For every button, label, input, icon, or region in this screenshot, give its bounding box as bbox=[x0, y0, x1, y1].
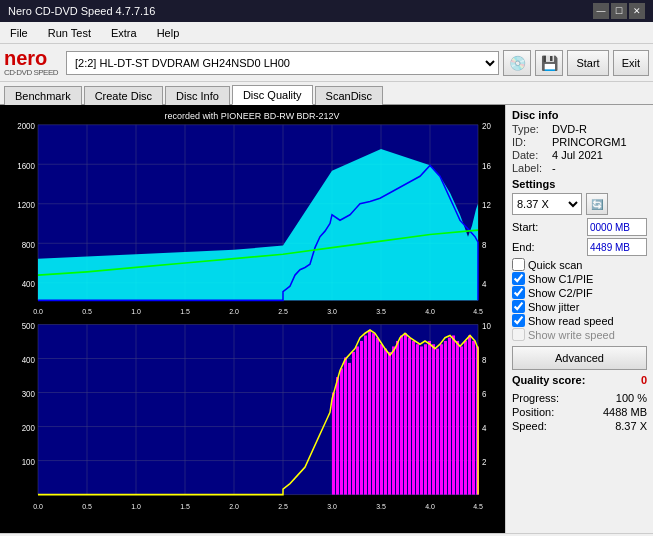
quick-scan-row: Quick scan bbox=[512, 258, 647, 271]
svg-text:4.5: 4.5 bbox=[473, 502, 483, 511]
svg-rect-83 bbox=[416, 344, 419, 494]
svg-text:10: 10 bbox=[482, 321, 491, 331]
tab-create-disc[interactable]: Create Disc bbox=[84, 86, 163, 105]
show-jitter-checkbox[interactable] bbox=[512, 300, 525, 313]
charts-area: recorded with PIONEER BD-RW BDR-212V 200… bbox=[0, 105, 505, 533]
svg-rect-72 bbox=[372, 333, 375, 494]
disc-label-label: Label: bbox=[512, 162, 548, 174]
menu-help[interactable]: Help bbox=[151, 25, 186, 41]
side-panel: Disc info Type: DVD-R ID: PRINCORGM1 Dat… bbox=[505, 105, 653, 533]
svg-rect-65 bbox=[344, 357, 347, 494]
start-mb-row: Start: bbox=[512, 218, 647, 236]
menu-run-test[interactable]: Run Test bbox=[42, 25, 97, 41]
svg-rect-96 bbox=[468, 335, 471, 494]
svg-rect-73 bbox=[376, 338, 379, 495]
svg-text:4.5: 4.5 bbox=[473, 306, 483, 315]
speed-row: Speed: 8.37 X bbox=[512, 420, 647, 432]
end-mb-input[interactable] bbox=[587, 238, 647, 256]
svg-text:1.0: 1.0 bbox=[131, 306, 141, 315]
svg-text:8: 8 bbox=[482, 355, 487, 365]
svg-rect-88 bbox=[436, 349, 439, 495]
svg-text:6: 6 bbox=[482, 389, 487, 399]
start-mb-label: Start: bbox=[512, 221, 542, 233]
svg-rect-74 bbox=[380, 344, 383, 494]
speed-label: Speed: bbox=[512, 420, 547, 432]
svg-text:0.5: 0.5 bbox=[82, 306, 92, 315]
svg-rect-64 bbox=[340, 368, 343, 494]
chart-title: recorded with PIONEER BD-RW BDR-212V bbox=[164, 110, 340, 121]
show-read-speed-label: Show read speed bbox=[528, 315, 614, 327]
show-write-speed-label: Show write speed bbox=[528, 329, 615, 341]
svg-text:16: 16 bbox=[482, 160, 491, 170]
refresh-button[interactable]: 🔄 bbox=[586, 193, 608, 215]
svg-rect-77 bbox=[392, 346, 395, 494]
disc-id-label: ID: bbox=[512, 136, 548, 148]
svg-rect-68 bbox=[356, 346, 359, 494]
quality-score-value: 0 bbox=[641, 374, 647, 386]
show-write-speed-row: Show write speed bbox=[512, 328, 647, 341]
svg-rect-86 bbox=[428, 341, 431, 495]
svg-rect-67 bbox=[352, 352, 355, 495]
svg-rect-85 bbox=[424, 344, 427, 494]
menu-extra[interactable]: Extra bbox=[105, 25, 143, 41]
svg-rect-94 bbox=[460, 346, 463, 494]
menu-file[interactable]: File bbox=[4, 25, 34, 41]
end-mb-row: End: bbox=[512, 238, 647, 256]
progress-value: 100 % bbox=[616, 392, 647, 404]
drive-selector[interactable]: [2:2] HL-DT-ST DVDRAM GH24NSD0 LH00 bbox=[66, 51, 499, 75]
svg-rect-87 bbox=[432, 344, 435, 494]
svg-rect-97 bbox=[472, 341, 475, 495]
svg-rect-81 bbox=[408, 338, 411, 495]
svg-text:2.5: 2.5 bbox=[278, 306, 288, 315]
quick-scan-checkbox[interactable] bbox=[512, 258, 525, 271]
save-button[interactable]: 💾 bbox=[535, 50, 563, 76]
svg-text:100: 100 bbox=[22, 457, 36, 467]
maximize-button[interactable]: ☐ bbox=[611, 3, 627, 19]
disc-id-value: PRINCORGM1 bbox=[552, 136, 627, 148]
drive-icon-button[interactable]: 💿 bbox=[503, 50, 531, 76]
svg-text:3.5: 3.5 bbox=[376, 306, 386, 315]
quick-scan-label: Quick scan bbox=[528, 259, 582, 271]
tab-scan-disc[interactable]: ScanDisc bbox=[315, 86, 383, 105]
start-button[interactable]: Start bbox=[567, 50, 608, 76]
disc-date-row: Date: 4 Jul 2021 bbox=[512, 149, 647, 161]
svg-text:4.0: 4.0 bbox=[425, 502, 435, 511]
svg-text:2000: 2000 bbox=[17, 121, 35, 131]
show-c2pif-checkbox[interactable] bbox=[512, 286, 525, 299]
svg-text:1600: 1600 bbox=[17, 160, 35, 170]
svg-text:1.5: 1.5 bbox=[180, 502, 190, 511]
svg-rect-93 bbox=[456, 341, 459, 495]
svg-text:3.0: 3.0 bbox=[327, 502, 337, 511]
show-c1pie-row: Show C1/PIE bbox=[512, 272, 647, 285]
eject-button[interactable]: Exit bbox=[613, 50, 649, 76]
menu-bar: File Run Test Extra Help bbox=[0, 22, 653, 44]
minimize-button[interactable]: — bbox=[593, 3, 609, 19]
show-c2pif-label: Show C2/PIF bbox=[528, 287, 593, 299]
advanced-button[interactable]: Advanced bbox=[512, 346, 647, 370]
speed-selector[interactable]: 8.37 X bbox=[512, 193, 582, 215]
logo-text: nero bbox=[4, 48, 58, 68]
tab-disc-info[interactable]: Disc Info bbox=[165, 86, 230, 105]
svg-rect-63 bbox=[336, 377, 339, 494]
show-write-speed-checkbox[interactable] bbox=[512, 328, 525, 341]
start-mb-input[interactable] bbox=[587, 218, 647, 236]
tab-benchmark[interactable]: Benchmark bbox=[4, 86, 82, 105]
svg-text:400: 400 bbox=[22, 279, 36, 289]
speed-settings-row: 8.37 X 🔄 bbox=[512, 193, 647, 215]
svg-rect-62 bbox=[332, 393, 335, 495]
svg-text:400: 400 bbox=[22, 355, 36, 365]
show-read-speed-checkbox[interactable] bbox=[512, 314, 525, 327]
logo-sub: CD·DVD SPEED bbox=[4, 68, 58, 77]
show-c2pif-row: Show C2/PIF bbox=[512, 286, 647, 299]
speed-value: 8.37 X bbox=[615, 420, 647, 432]
show-c1pie-label: Show C1/PIE bbox=[528, 273, 593, 285]
svg-text:300: 300 bbox=[22, 389, 36, 399]
show-c1pie-checkbox[interactable] bbox=[512, 272, 525, 285]
close-button[interactable]: ✕ bbox=[629, 3, 645, 19]
position-label: Position: bbox=[512, 406, 554, 418]
show-read-speed-row: Show read speed bbox=[512, 314, 647, 327]
tab-disc-quality[interactable]: Disc Quality bbox=[232, 85, 313, 105]
svg-rect-69 bbox=[360, 341, 363, 495]
svg-rect-66 bbox=[348, 363, 351, 495]
position-row: Position: 4488 MB bbox=[512, 406, 647, 418]
